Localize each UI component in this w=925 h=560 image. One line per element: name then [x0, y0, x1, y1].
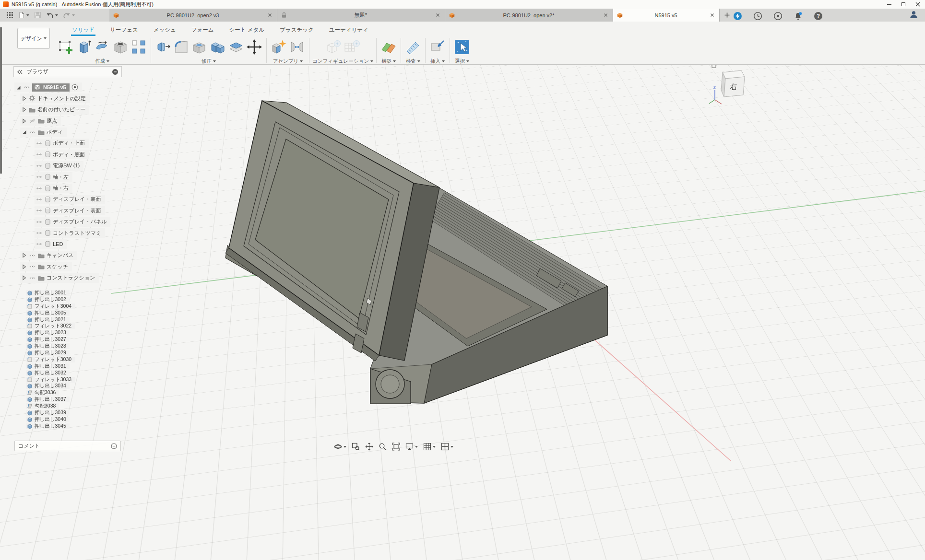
view-cube[interactable]: 右 Z [707, 58, 751, 107]
file-new-button[interactable] [17, 11, 31, 20]
ribbon-tab-フォーム[interactable]: フォーム [190, 25, 215, 36]
zoom-button[interactable] [378, 442, 388, 451]
feature-row[interactable]: 勾配3036 [26, 390, 59, 396]
tab-close-button[interactable] [603, 12, 609, 18]
ribbon-tab-サーフェス[interactable]: サーフェス [109, 25, 139, 36]
viewports-button[interactable] [440, 442, 454, 451]
expand-closed-icon[interactable] [21, 275, 27, 280]
undo-button[interactable] [45, 11, 59, 20]
minus-circle-icon[interactable] [112, 69, 119, 75]
joint-button[interactable] [288, 37, 306, 57]
browser-row[interactable]: ボディ・底面 [35, 150, 89, 159]
move-copy-button[interactable] [245, 37, 263, 57]
browser-row[interactable]: ボディ [20, 128, 67, 137]
browser-row[interactable]: ボディ・上面 [35, 139, 89, 148]
expand-open-icon[interactable] [15, 85, 21, 90]
grid-settings-button[interactable] [422, 442, 437, 451]
browser-row[interactable]: 軸・右 [35, 184, 72, 193]
config-table-button[interactable] [343, 37, 361, 57]
group-label[interactable]: アセンブリ [273, 58, 303, 65]
hole-button[interactable] [111, 37, 130, 57]
eye-visible-icon[interactable] [29, 130, 36, 135]
feature-row[interactable]: 押し出し3005 [26, 310, 70, 316]
close-button[interactable] [911, 0, 925, 9]
browser-row[interactable]: ディスプレイ・表面 [35, 206, 105, 215]
pan-button[interactable] [364, 442, 374, 451]
redo-button[interactable] [61, 11, 76, 20]
ribbon-tab-プラスチック[interactable]: プラスチック [279, 25, 315, 36]
eye-visible-icon[interactable] [36, 220, 43, 224]
feature-row[interactable]: 押し出し3001 [26, 290, 70, 296]
tab-close-button[interactable] [709, 12, 715, 18]
selected-node[interactable]: N5915 v5 [32, 83, 70, 92]
collapse-left-icon[interactable] [17, 69, 23, 75]
group-label[interactable]: コンフィギュレーション [312, 58, 373, 65]
document-tab[interactable]: PC-9801U2_open v2* [445, 9, 613, 22]
save-button[interactable] [33, 11, 43, 20]
feature-row[interactable]: 押し出し3021 [26, 317, 70, 323]
measure-button[interactable] [404, 37, 422, 57]
feature-row[interactable]: 勾配3038 [26, 403, 59, 409]
workspace-selector[interactable]: デザイン [17, 28, 50, 49]
feature-row[interactable]: 押し出し3045 [26, 423, 70, 429]
group-label[interactable]: 作成 [95, 58, 109, 65]
feature-row[interactable]: 押し出し3034 [26, 383, 70, 389]
help-button[interactable]: ? [812, 11, 824, 22]
offset-face-button[interactable] [227, 37, 245, 57]
feature-row[interactable]: 押し出し3023 [26, 330, 70, 336]
fillet-button[interactable] [172, 37, 190, 57]
eye-visible-icon[interactable] [36, 242, 43, 246]
browser-row[interactable]: ドキュメントの設定 [20, 93, 90, 103]
notifications-button[interactable] [792, 11, 804, 22]
browser-row[interactable]: ディスプレイ・裏面 [35, 195, 105, 204]
configure-button[interactable] [324, 37, 343, 57]
feature-row[interactable]: 押し出し3039 [26, 410, 70, 416]
browser-row[interactable]: 名前の付いたビュー [20, 105, 89, 115]
expand-closed-icon[interactable] [21, 96, 27, 101]
expand-closed-icon[interactable] [21, 264, 27, 269]
eye-visible-icon[interactable] [23, 85, 30, 90]
feature-row[interactable]: 押し出し3028 [26, 343, 70, 349]
feature-row[interactable]: 押し出し3027 [26, 337, 70, 342]
feature-row[interactable]: フィレット3004 [26, 303, 75, 309]
press-pull-button[interactable] [154, 37, 172, 57]
viewport-canvas[interactable] [0, 65, 925, 560]
eye-visible-icon[interactable] [36, 186, 43, 191]
rect-pattern-button[interactable] [130, 37, 148, 57]
document-tab[interactable]: PC-9801U2_open2 v3 [109, 9, 277, 22]
revolve-button[interactable] [93, 37, 111, 57]
maximize-button[interactable] [896, 0, 911, 9]
fit-button[interactable] [391, 442, 401, 451]
profile-button[interactable] [909, 10, 918, 21]
tab-close-button[interactable] [267, 12, 273, 18]
group-label[interactable]: 構築 [381, 58, 396, 65]
document-tab[interactable]: N5915 v5 [613, 9, 720, 22]
browser-row[interactable]: 軸・左 [35, 172, 72, 182]
feature-row[interactable]: 押し出し3037 [26, 397, 70, 402]
feature-row[interactable]: 押し出し3031 [26, 363, 70, 369]
browser-row[interactable]: LED [35, 239, 67, 249]
eye-visible-icon[interactable] [36, 197, 43, 202]
shell-button[interactable] [190, 37, 209, 57]
browser-row[interactable]: コンストラクション [20, 273, 99, 283]
browser-row[interactable]: 電源SW (1) [35, 161, 83, 171]
app-grid-button[interactable] [5, 11, 15, 20]
browser-row[interactable]: コントラストツマミ [35, 228, 105, 238]
extrude-button[interactable] [75, 37, 93, 57]
expand-closed-icon[interactable] [21, 118, 27, 124]
browser-row[interactable]: N5915 v5 [14, 82, 82, 92]
eye-visible-icon[interactable] [36, 231, 43, 235]
ribbon-tab-ソリッド[interactable]: ソリッド [71, 25, 95, 36]
select-tool-button[interactable] [453, 37, 471, 57]
group-label[interactable]: 検査 [406, 58, 420, 65]
feature-row[interactable]: 押し出し3032 [26, 370, 70, 376]
orbit-button[interactable] [333, 442, 347, 451]
display-settings-button[interactable] [404, 442, 419, 451]
sketch-create-button[interactable] [57, 37, 75, 57]
eye-visible-icon[interactable] [36, 175, 43, 179]
feature-row[interactable]: 押し出し3040 [26, 417, 70, 422]
minimize-button[interactable] [882, 0, 896, 9]
feature-row[interactable]: 押し出し3002 [26, 297, 70, 303]
expand-closed-icon[interactable] [21, 107, 27, 112]
expand-open-icon[interactable] [21, 129, 27, 135]
